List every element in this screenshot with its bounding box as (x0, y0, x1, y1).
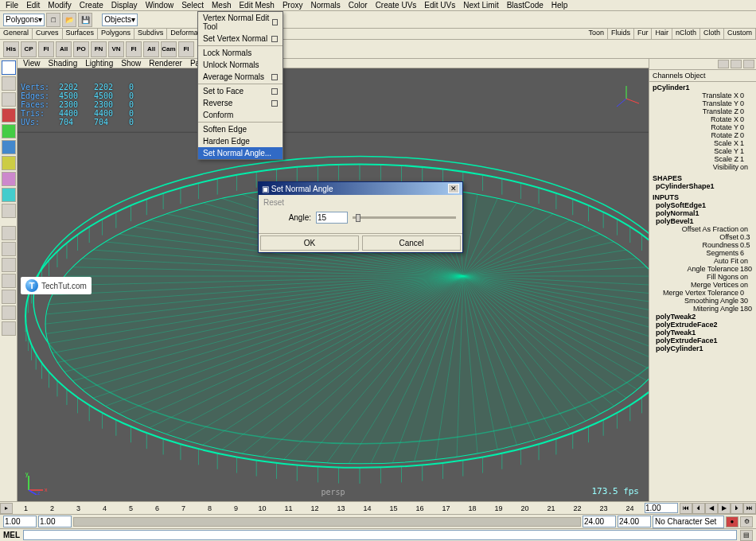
move-tool[interactable] (2, 108, 16, 123)
option-box-icon[interactable] (271, 88, 278, 95)
shelf-tab-custom[interactable]: Custom (724, 29, 756, 39)
input-node[interactable]: polySoftEdge1 (653, 201, 753, 209)
viewport-menu-lighting[interactable]: Lighting (81, 59, 117, 68)
shelf-btn-all[interactable]: All (143, 41, 159, 57)
cancel-button[interactable]: Cancel (362, 235, 461, 251)
shelf-tab-fur[interactable]: Fur (634, 29, 653, 39)
menu-edit-uvs[interactable]: Edit UVs (420, 1, 459, 10)
single-pane[interactable] (2, 226, 16, 240)
menu-item-vertex-normal-edit-tool[interactable]: Vertex Normal Edit Tool (198, 12, 283, 33)
shelf-tab-toon[interactable]: Toon (585, 29, 608, 39)
three-pane[interactable] (2, 290, 16, 304)
dialog-reset-menu[interactable]: Reset (263, 198, 458, 207)
manip-tool[interactable] (2, 156, 16, 170)
input-node[interactable]: polyExtrudeFace1 (653, 337, 753, 344)
attr-rotate-y[interactable]: Rotate Y0 (653, 123, 753, 131)
shelf-btn-his[interactable]: His (3, 41, 19, 57)
attr-auto-fit[interactable]: Auto Fiton (653, 257, 753, 265)
shelf-btn-cp[interactable]: CP (21, 41, 37, 57)
input-node[interactable]: polyExtrudeFace2 (653, 321, 753, 329)
menu-create[interactable]: Create (76, 1, 107, 10)
last-tool[interactable] (2, 204, 16, 218)
shelf-tab-polygons[interactable]: Polygons (98, 29, 134, 39)
shelf-btn-fi[interactable]: FI (178, 41, 194, 57)
attr-angle-tolerance[interactable]: Angle Tolerance180 (653, 265, 753, 273)
graph-layout[interactable] (2, 321, 16, 336)
cb-tab-3[interactable] (743, 60, 754, 68)
angle-field[interactable] (316, 212, 348, 224)
input-node[interactable]: polyTweak1 (653, 329, 753, 337)
file-new-icon[interactable]: □ (46, 13, 60, 27)
file-save-icon[interactable]: 💾 (78, 13, 92, 27)
attr-scale-x[interactable]: Scale X1 (653, 139, 753, 147)
menu-modify[interactable]: Modify (44, 1, 75, 10)
attr-visibility[interactable]: Visibilityon (653, 163, 753, 171)
shelf-btn-all[interactable]: All (56, 41, 72, 57)
menu-display[interactable]: Display (107, 1, 142, 10)
attr-smoothing-angle[interactable]: Smoothing Angle30 (653, 297, 753, 305)
range-max-field[interactable] (583, 516, 616, 527)
menu-item-soften-edge[interactable]: Soften Edge (198, 123, 283, 135)
shelf-tab-fluids[interactable]: Fluids (608, 29, 634, 39)
attr-scale-z[interactable]: Scale Z1 (653, 155, 753, 163)
menu-item-set-normal-angle-[interactable]: Set Normal Angle... (198, 147, 283, 159)
range-slider[interactable] (73, 517, 581, 527)
menu-item-reverse[interactable]: Reverse (198, 97, 283, 109)
ok-button[interactable]: OK (260, 235, 359, 251)
play-back-icon[interactable]: ◀ (705, 503, 718, 514)
input-node[interactable]: polyCylinder1 (653, 344, 753, 352)
viewport-menu-shading[interactable]: Shading (45, 59, 82, 68)
character-set-dropdown[interactable]: No Character Set (653, 516, 724, 528)
menu-color[interactable]: Color (345, 1, 372, 10)
shelf-btn-fi[interactable]: FI (38, 41, 54, 57)
dialog-titlebar[interactable]: ▣ Set Normal Angle ✕ (259, 182, 462, 195)
two-pane-stack[interactable] (2, 274, 16, 288)
outliner-layout[interactable] (2, 306, 16, 320)
attr-roundness[interactable]: Roundness0.5 (653, 241, 753, 249)
cb-tab-2[interactable] (731, 60, 742, 68)
goto-end-icon[interactable]: ⏭ (743, 503, 756, 514)
selection-mode[interactable]: Objects ▾ (102, 14, 138, 26)
shelf-tab-cloth[interactable]: Cloth (700, 29, 724, 39)
menu-item-set-vertex-normal[interactable]: Set Vertex Normal (198, 33, 283, 45)
menu-item-set-to-face[interactable]: Set to Face (198, 85, 283, 97)
attr-merge-vertices[interactable]: Merge Verticeson (653, 281, 753, 289)
menu-edit[interactable]: Edit (22, 1, 44, 10)
attr-rotate-z[interactable]: Rotate Z0 (653, 131, 753, 139)
cb-tab-1[interactable] (718, 60, 729, 68)
viewport-menu-view[interactable]: View (19, 59, 45, 68)
input-node[interactable]: polyNormal1 (653, 209, 753, 217)
option-box-icon[interactable] (271, 100, 278, 107)
attr-offset[interactable]: Offset0.3 (653, 233, 753, 241)
attr-merge-vertex-tolerance[interactable]: Merge Vertex Tolerance0 (653, 289, 753, 297)
menu-item-lock-normals[interactable]: Lock Normals (198, 47, 283, 59)
step-fwd-icon[interactable]: ⏵ (731, 503, 743, 514)
menu-item-harden-edge[interactable]: Harden Edge (198, 135, 283, 147)
script-editor-icon[interactable]: ▤ (740, 530, 753, 541)
show-manip-tool[interactable] (2, 188, 16, 202)
cmd-lang-label[interactable]: MEL (3, 531, 20, 539)
time-slider[interactable]: ▸ 12345678910111213141516171819202122232… (0, 501, 756, 514)
goto-start-icon[interactable]: ⏮ (680, 503, 692, 514)
channel-box-menu[interactable]: Channels Object (649, 70, 756, 82)
input-node[interactable]: polyTweak2 (653, 313, 753, 321)
menu-window[interactable]: Window (142, 1, 178, 10)
attr-offset-as-fraction[interactable]: Offset As Fractionon (653, 225, 753, 233)
attr-segments[interactable]: Segments6 (653, 249, 753, 257)
object-node-name[interactable]: pCylinder1 (653, 84, 753, 91)
menu-create-uvs[interactable]: Create UVs (372, 1, 421, 10)
soft-mod-tool[interactable] (2, 172, 16, 186)
viewport[interactable]: ViewShadingLightingShowRendererPanels Ve… (18, 59, 649, 501)
prefs-icon[interactable]: ⚙ (740, 516, 753, 527)
shelf-btn-cam[interactable]: Cam (161, 41, 177, 57)
play-fwd-icon[interactable]: ▶ (718, 503, 731, 514)
menu-edit-mesh[interactable]: Edit Mesh (235, 1, 278, 10)
shelf-btn-po[interactable]: PO (73, 41, 89, 57)
shelf-tab-hair[interactable]: Hair (652, 29, 672, 39)
close-icon[interactable]: ✕ (448, 184, 459, 193)
attr-rotate-x[interactable]: Rotate X0 (653, 115, 753, 123)
menu-normals[interactable]: Normals (306, 1, 344, 10)
two-pane-side[interactable] (2, 258, 16, 272)
four-pane[interactable] (2, 242, 16, 256)
menu-mesh[interactable]: Mesh (208, 1, 235, 10)
